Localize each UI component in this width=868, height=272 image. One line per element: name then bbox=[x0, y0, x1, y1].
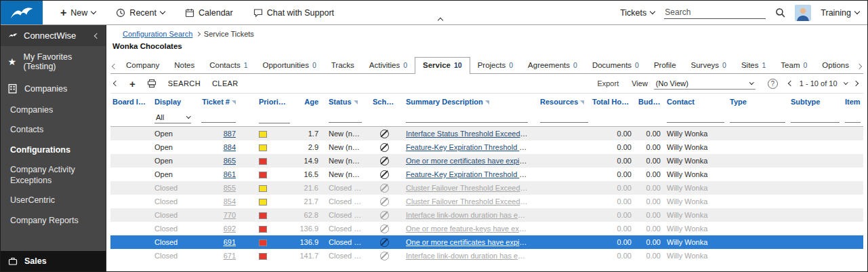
help-icon[interactable]: ? bbox=[768, 79, 778, 89]
breadcrumb-link-configuration-search[interactable]: Configuration Search bbox=[123, 30, 192, 38]
tab-tracks[interactable]: Tracks bbox=[324, 58, 362, 74]
tab-profile[interactable]: Profile bbox=[646, 58, 684, 74]
tab-company[interactable]: Company bbox=[119, 58, 167, 74]
ticket-link[interactable]: 887 bbox=[224, 130, 236, 138]
back-button[interactable] bbox=[114, 81, 118, 85]
no-schedule-icon[interactable] bbox=[380, 238, 389, 247]
summary-link[interactable]: One or more feature-keys have expired bbox=[406, 225, 531, 233]
column-header-ticket[interactable]: Ticket # bbox=[199, 98, 243, 106]
ticket-link[interactable]: 865 bbox=[224, 157, 236, 165]
summary-link[interactable]: Feature-Key Expiration Threshold Exceede… bbox=[406, 143, 531, 151]
view-select[interactable]: (No View) bbox=[654, 78, 756, 90]
sidebar-item-company-activity-exceptions[interactable]: Company Activity Exceptions bbox=[1, 160, 106, 191]
ticket-link[interactable]: 861 bbox=[224, 170, 236, 178]
table-row-ticket-691[interactable]: Closed691136.9Closed (resolv...One or mo… bbox=[110, 235, 863, 249]
tab-contacts[interactable]: Contacts1 bbox=[202, 58, 255, 74]
calendar-button[interactable]: Calendar bbox=[185, 8, 233, 18]
new-menu-button[interactable]: + New bbox=[60, 7, 96, 18]
recent-menu-button[interactable]: Recent bbox=[116, 8, 165, 18]
tab-documents[interactable]: Documents0 bbox=[585, 58, 646, 74]
tab-team[interactable]: Team0 bbox=[773, 58, 814, 74]
ticket-link[interactable]: 854 bbox=[224, 197, 236, 206]
ticket-link[interactable]: 691 bbox=[224, 238, 236, 246]
table-row-ticket-671[interactable]: Closed671141.7Closed (resolv...Interface… bbox=[110, 249, 863, 263]
summary-link[interactable]: Interface link-down duration has exceede… bbox=[406, 211, 531, 219]
collapse-header-chevron-icon[interactable] bbox=[438, 18, 443, 23]
ticket-link[interactable]: 855 bbox=[224, 184, 236, 192]
no-schedule-icon[interactable] bbox=[380, 252, 389, 260]
filter-input-ticket[interactable] bbox=[201, 113, 236, 123]
ticket-link[interactable]: 671 bbox=[224, 252, 236, 260]
summary-link[interactable]: Interface link-down duration has exceede… bbox=[406, 252, 531, 260]
column-header-type[interactable]: Type bbox=[727, 98, 788, 106]
add-button[interactable]: + bbox=[129, 79, 136, 89]
no-schedule-icon[interactable] bbox=[380, 225, 389, 233]
chat-support-button[interactable]: Chat with Support bbox=[253, 8, 334, 18]
tab-projects[interactable]: Projects0 bbox=[470, 58, 520, 74]
sort-icon[interactable] bbox=[354, 100, 358, 104]
summary-link[interactable]: One or more certificates have expired bbox=[406, 157, 530, 165]
filter-input-type[interactable] bbox=[730, 113, 785, 123]
column-header-age[interactable]: Age bbox=[290, 98, 321, 106]
user-menu-button[interactable]: Training bbox=[821, 8, 859, 18]
collapse-sidebar-chevron-icon[interactable] bbox=[94, 33, 100, 38]
ticket-link[interactable]: 770 bbox=[224, 211, 236, 219]
no-schedule-icon[interactable] bbox=[380, 184, 389, 193]
tabs-scroll-right-icon[interactable] bbox=[856, 64, 862, 69]
no-schedule-icon[interactable] bbox=[380, 197, 389, 206]
page-next-icon[interactable] bbox=[853, 81, 859, 86]
table-row-ticket-865[interactable]: Open86514.9New (not resp...One or more c… bbox=[110, 154, 863, 168]
sort-icon[interactable] bbox=[485, 100, 489, 104]
summary-link[interactable]: Interface Status Threshold Exceeded bbox=[406, 130, 529, 138]
search-input[interactable] bbox=[664, 6, 766, 19]
table-row-ticket-855[interactable]: Closed85521.6Closed (resolv...Cluster Fa… bbox=[110, 181, 863, 195]
column-header-contact[interactable]: Contact bbox=[663, 98, 727, 106]
export-button[interactable]: Export bbox=[597, 79, 619, 88]
filter-input-item[interactable] bbox=[845, 113, 861, 123]
tab-notes[interactable]: Notes bbox=[167, 58, 202, 74]
tab-options[interactable]: Options bbox=[814, 58, 855, 74]
column-header-total-hours[interactable]: Total Hours bbox=[591, 98, 636, 106]
column-header-summary-description[interactable]: Summary Description bbox=[398, 98, 531, 106]
column-header-subtype[interactable]: Subtype bbox=[788, 98, 842, 106]
sidebar-item-company-reports[interactable]: Company Reports bbox=[1, 211, 106, 231]
table-row-ticket-861[interactable]: Open86116.5New (not resp...Feature-Key E… bbox=[110, 168, 863, 181]
filter-input-status[interactable] bbox=[329, 113, 362, 123]
column-header-status[interactable]: Status bbox=[321, 98, 365, 106]
connectwise-logo[interactable] bbox=[1, 1, 43, 24]
filter-input-resources[interactable] bbox=[540, 113, 588, 123]
clear-button[interactable]: CLEAR bbox=[212, 79, 239, 88]
no-schedule-icon[interactable] bbox=[380, 211, 389, 220]
tab-agreements[interactable]: Agreements0 bbox=[520, 58, 585, 74]
table-row-ticket-692[interactable]: Closed692136.9Closed (resolv...One or mo… bbox=[110, 222, 863, 235]
summary-link[interactable]: Cluster Failover Threshold Exceeded bbox=[406, 197, 529, 206]
column-header-resources[interactable]: Resources bbox=[531, 98, 591, 106]
sidebar-item-contacts[interactable]: Contacts bbox=[1, 120, 106, 140]
tickets-menu-button[interactable]: Tickets bbox=[620, 8, 655, 18]
table-row-ticket-854[interactable]: Closed85421.7Closed (resolv...Cluster Fa… bbox=[110, 195, 863, 208]
no-schedule-icon[interactable] bbox=[380, 143, 389, 152]
print-button[interactable] bbox=[147, 79, 157, 88]
search-button[interactable]: SEARCH bbox=[168, 79, 201, 88]
ticket-link[interactable]: 884 bbox=[224, 143, 236, 151]
column-header-display[interactable]: Display bbox=[150, 98, 199, 106]
tab-activities[interactable]: Activities0 bbox=[362, 58, 415, 74]
filter-input-contact[interactable] bbox=[667, 113, 724, 123]
sidebar-item-configurations[interactable]: Configurations bbox=[1, 140, 106, 160]
sidebar-item-companies-section[interactable]: Companies bbox=[1, 77, 106, 100]
sidebar-brand[interactable]: ConnectWise bbox=[1, 25, 106, 46]
column-header-priority[interactable]: Priority bbox=[243, 98, 290, 106]
sort-icon[interactable] bbox=[232, 100, 236, 104]
tabs-scroll-left-icon[interactable] bbox=[112, 64, 117, 69]
no-schedule-icon[interactable] bbox=[380, 157, 389, 166]
tab-surveys[interactable]: Surveys0 bbox=[684, 58, 734, 74]
table-row-ticket-770[interactable]: Closed77062.8Closed (resolv...Interface … bbox=[110, 208, 863, 222]
sidebar-item-usercentric[interactable]: UserCentric bbox=[1, 191, 106, 210]
column-header-board-icon[interactable]: Board Icon bbox=[110, 98, 150, 106]
tab-service[interactable]: Service10 bbox=[415, 57, 470, 74]
column-header-schedule[interactable]: Schedule bbox=[365, 98, 398, 106]
no-schedule-icon[interactable] bbox=[380, 170, 389, 179]
column-header-item[interactable]: Item bbox=[842, 98, 863, 106]
summary-link[interactable]: One or more certificates have expired bbox=[406, 238, 530, 246]
display-filter-select[interactable]: All bbox=[154, 112, 191, 123]
